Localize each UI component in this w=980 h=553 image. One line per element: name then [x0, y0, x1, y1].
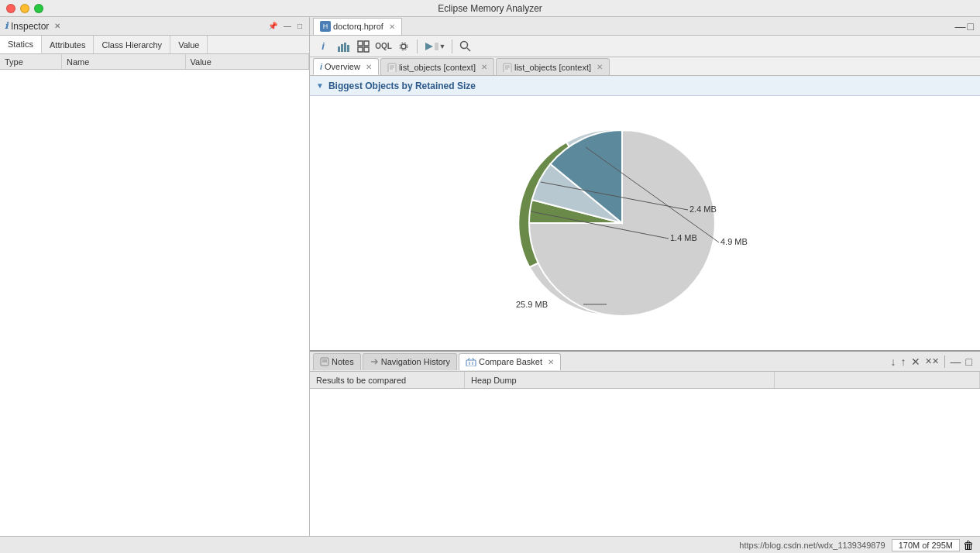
memory-display: 170M of 295M: [892, 539, 960, 551]
main-area: ℹ Inspector ✕ 📌 — □ Statics Attributes C…: [0, 17, 980, 536]
doc-icon-1: [387, 63, 397, 72]
tab-overview[interactable]: i Overview ✕: [313, 58, 379, 75]
chart-icon: [337, 40, 349, 53]
inspector-close-btn[interactable]: ✕: [52, 21, 63, 31]
svg-rect-5: [364, 41, 369, 46]
dropdown-arrow: ▼: [439, 43, 446, 50]
bottom-tab-actions: ↓ ↑ ✕ ✕✕ — □: [889, 356, 977, 368]
info-icon: i: [322, 40, 325, 52]
toolbar-search-btn[interactable]: [457, 38, 474, 55]
svg-rect-2: [344, 43, 346, 52]
grid-icon: [357, 40, 370, 53]
svg-rect-6: [358, 47, 363, 52]
toolbar-settings-btn[interactable]: [395, 38, 412, 55]
compare-col-heap: Heap Dump: [465, 372, 775, 388]
tab-statics[interactable]: Statics: [0, 36, 42, 53]
compare-basket: Results to be compared Heap Dump: [310, 372, 980, 536]
col-type: Type: [0, 54, 62, 69]
tab-nav-history[interactable]: Navigation History: [363, 353, 457, 370]
toolbar-grid-btn[interactable]: [355, 38, 372, 55]
maximize-icon[interactable]: □: [968, 20, 974, 33]
svg-text:2.4 MB: 2.4 MB: [689, 204, 717, 214]
overview-info-icon: i: [320, 62, 322, 71]
svg-rect-0: [338, 46, 340, 52]
list2-close[interactable]: ✕: [597, 63, 603, 71]
action-separator: [944, 356, 945, 368]
bottom-panel: Notes Navigation History: [310, 350, 980, 536]
hprof-icon: H: [320, 21, 331, 32]
trash-icon[interactable]: 🗑: [963, 539, 974, 551]
tab-class-hierarchy[interactable]: Class Hierarchy: [94, 36, 170, 53]
col-value: Value: [186, 54, 310, 69]
memory-container: 170M of 295M 🗑: [892, 539, 974, 551]
gear-icon: [397, 40, 410, 53]
inspector-pin-btn[interactable]: 📌: [266, 21, 280, 31]
maximize-button[interactable]: [34, 4, 43, 13]
doc-icon-2: [503, 63, 512, 72]
overview-close[interactable]: ✕: [366, 63, 372, 71]
toolbar-info-btn[interactable]: i: [315, 38, 332, 55]
close-button[interactable]: [6, 4, 15, 13]
minimize-icon[interactable]: —: [955, 20, 966, 33]
status-bar: https://blog.csdn.net/wdx_1139349879 170…: [0, 536, 980, 553]
inspector-maximize-btn[interactable]: □: [295, 21, 304, 31]
compare-header: Results to be compared Heap Dump: [310, 372, 980, 389]
list1-close[interactable]: ✕: [481, 63, 487, 71]
nav-icon: [370, 357, 379, 366]
svg-rect-11: [435, 43, 438, 50]
inspector-title-actions: 📌 — □: [266, 21, 304, 31]
tab-notes[interactable]: Notes: [313, 353, 361, 370]
col-name: Name: [62, 54, 186, 69]
bottom-maximize-btn[interactable]: □: [965, 356, 974, 368]
oql-icon: OQL: [375, 42, 392, 50]
minimize-button[interactable]: [20, 4, 29, 13]
svg-rect-7: [364, 47, 369, 52]
tab-compare-basket[interactable]: Compare Basket ✕: [459, 353, 561, 370]
toolbar-chart-btn[interactable]: [335, 38, 352, 55]
svg-text:25.9 MB: 25.9 MB: [516, 300, 548, 309]
window-controls: [6, 4, 43, 13]
bottom-minimize-btn[interactable]: —: [949, 356, 963, 368]
file-tab-close[interactable]: ✕: [389, 22, 395, 31]
svg-marker-10: [425, 43, 433, 50]
inspector-minimize-btn[interactable]: —: [281, 21, 294, 31]
svg-rect-33: [466, 360, 476, 366]
title-bar: Eclipse Memory Analyzer: [0, 0, 980, 17]
tab-attributes[interactable]: Attributes: [42, 36, 94, 53]
basket-icon: [466, 357, 476, 366]
section-toggle[interactable]: ▼: [316, 81, 324, 90]
tab-list-objects-2[interactable]: list_objects [context] ✕: [496, 58, 610, 75]
inspector-title-bar: ℹ Inspector ✕ 📌 — □: [0, 17, 309, 36]
toolbar-sep2: [452, 40, 452, 53]
section-header: ▼ Biggest Objects by Retained Size: [310, 76, 980, 96]
tab-list-objects-1[interactable]: list_objects [context] ✕: [380, 58, 494, 75]
bottom-tab-bar: Notes Navigation History: [310, 352, 980, 372]
search-icon: [459, 40, 472, 53]
move-up-btn[interactable]: ↑: [899, 356, 908, 368]
tab-value[interactable]: Value: [170, 36, 208, 53]
inspector-tabs: Statics Attributes Class Hierarchy Value: [0, 36, 309, 54]
toolbar: i OQL: [310, 36, 980, 57]
file-tab-left: H doctorq.hprof ✕: [313, 18, 402, 35]
file-tab-hprof[interactable]: H doctorq.hprof ✕: [313, 18, 402, 35]
remove-all-btn[interactable]: ✕✕: [923, 356, 940, 366]
pie-chart-main: 25.9 MB 1.4 MB 2.4 MB 4.9 MB: [452, 118, 839, 328]
remove-btn[interactable]: ✕: [910, 356, 922, 368]
toolbar-run-btn[interactable]: ▼: [422, 38, 447, 55]
inspector-title-text: Inspector: [11, 21, 49, 32]
compare-col-empty: [775, 372, 980, 388]
compare-close[interactable]: ✕: [548, 358, 554, 366]
bottom-tab-left: Notes Navigation History: [313, 353, 561, 370]
move-down-btn[interactable]: ↓: [889, 356, 898, 368]
compare-col-results: Results to be compared: [310, 372, 465, 388]
svg-point-8: [401, 44, 406, 49]
inspector-body: [0, 70, 309, 536]
file-tab-bar: H doctorq.hprof ✕ — □: [310, 17, 980, 36]
view-tabs: i Overview ✕ list_objects [context] ✕ li…: [310, 57, 980, 76]
svg-text:4.9 MB: 4.9 MB: [720, 237, 748, 246]
status-url: https://blog.csdn.net/wdx_1139349879: [739, 541, 885, 550]
toolbar-oql-btn[interactable]: OQL: [375, 38, 392, 55]
svg-rect-3: [347, 45, 349, 52]
note-icon: [320, 357, 329, 366]
svg-text:1.4 MB: 1.4 MB: [670, 233, 697, 242]
